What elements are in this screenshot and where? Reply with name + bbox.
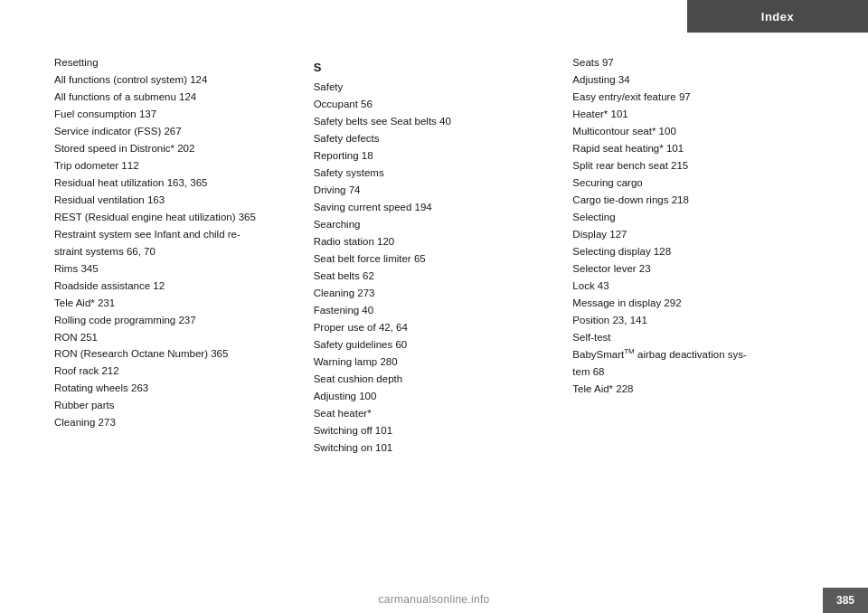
list-item: Seat belt force limiter 65 <box>314 250 555 268</box>
list-item: Message in display 292 <box>572 295 814 312</box>
list-item: Radio station 120 <box>314 233 555 250</box>
list-item: Saving current speed 194 <box>314 199 555 216</box>
list-item: Service indicator (FSS) 267 <box>54 123 296 140</box>
list-item: RON 251 <box>54 329 296 346</box>
list-item: Selecting display 128 <box>572 243 814 260</box>
list-item: Trip odometer 112 <box>54 157 296 174</box>
list-item: Reporting 18 <box>314 147 555 165</box>
list-item: Resetting <box>54 54 296 71</box>
list-item: Self-test <box>572 329 814 346</box>
list-item: Seat belts 62 <box>314 268 555 285</box>
list-item: Split rear bench seat 215 <box>572 157 814 174</box>
list-item: Driving 74 <box>314 182 555 199</box>
list-item: Cleaning 273 <box>54 414 296 431</box>
list-item: Seat cushion depth <box>314 371 555 388</box>
list-item: Heater* 101 <box>572 106 814 123</box>
list-item: S <box>314 58 555 77</box>
list-item: Safety defects <box>314 130 555 147</box>
list-item: RON (Research Octane Number) 365 <box>54 345 296 363</box>
list-item: Selecting <box>572 209 814 226</box>
list-item: Tele Aid* 231 <box>54 295 296 312</box>
list-item: Display 127 <box>572 226 814 243</box>
list-item: Proper use of 42, 64 <box>314 319 555 336</box>
page-number: 385 <box>836 594 854 607</box>
list-item: Rubber parts <box>54 397 296 414</box>
list-item: tem 68 <box>572 363 814 381</box>
list-item: Safety <box>314 79 555 96</box>
list-item: Restraint system see Infant and child re… <box>54 226 296 243</box>
list-item: Safety guidelines 60 <box>314 336 555 354</box>
list-item: straint systems 66, 70 <box>54 243 296 260</box>
list-item: Rapid seat heating* 101 <box>572 140 814 157</box>
list-item: Multicontour seat* 100 <box>572 123 814 140</box>
list-item: Roadside assistance 12 <box>54 278 296 295</box>
list-item: Position 23, 141 <box>572 312 814 329</box>
list-item: Selector lever 23 <box>572 260 814 278</box>
list-item: Warning lamp 280 <box>314 354 555 371</box>
column-1: ResettingAll functions (control system) … <box>54 54 314 568</box>
list-item: All functions (control system) 124 <box>54 71 296 89</box>
list-item: Residual heat utilization 163, 365 <box>54 174 296 192</box>
page-number-box: 385 <box>823 588 868 613</box>
list-item: Rotating wheels 263 <box>54 380 296 397</box>
content-area: ResettingAll functions (control system) … <box>54 54 814 568</box>
list-item: Rims 345 <box>54 260 296 278</box>
list-item: Securing cargo <box>572 174 814 192</box>
list-item: Seat heater* <box>314 405 555 422</box>
list-item: Tele Aid* 228 <box>572 381 814 398</box>
list-item: Rolling code programming 237 <box>54 312 296 329</box>
list-item: Residual ventilation 163 <box>54 192 296 209</box>
list-item: Searching <box>314 216 555 233</box>
page-container: Index ResettingAll functions (control sy… <box>0 0 868 613</box>
list-item: Cargo tie-down rings 218 <box>572 192 814 209</box>
list-item: Roof rack 212 <box>54 363 296 380</box>
list-item: Adjusting 34 <box>572 71 814 89</box>
column-2: SSafetyOccupant 56Safety belts see Seat … <box>314 54 573 568</box>
list-item: Cleaning 273 <box>314 285 555 302</box>
list-item: Switching off 101 <box>314 422 555 439</box>
list-item: Adjusting 100 <box>314 388 555 405</box>
list-item: All functions of a submenu 124 <box>54 89 296 106</box>
header-title: Index <box>761 10 794 24</box>
list-item: Safety systems <box>314 165 555 182</box>
header-bar: Index <box>687 0 868 33</box>
list-item: BabySmartTM airbag deactivation sys- <box>572 345 814 363</box>
list-item: Fastening 40 <box>314 302 555 319</box>
list-item: Switching on 101 <box>314 439 555 457</box>
list-item: Lock 43 <box>572 278 814 295</box>
watermark: carmanualsonline.info <box>378 593 489 606</box>
list-item: Seats 97 <box>572 54 814 71</box>
list-item: Stored speed in Distronic* 202 <box>54 140 296 157</box>
list-item: Safety belts see Seat belts 40 <box>314 113 555 130</box>
list-item: Easy entry/exit feature 97 <box>572 89 814 106</box>
list-item: Occupant 56 <box>314 96 555 113</box>
column-3: Seats 97Adjusting 34Easy entry/exit feat… <box>572 54 814 568</box>
list-item: Fuel consumption 137 <box>54 106 296 123</box>
list-item: REST (Residual engine heat utilization) … <box>54 209 296 226</box>
